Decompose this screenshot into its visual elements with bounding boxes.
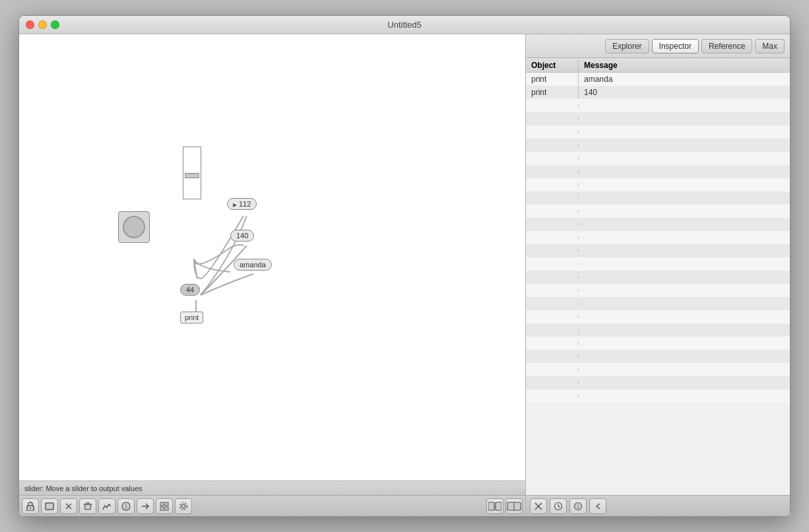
row-message (579, 342, 790, 345)
console-row (526, 125, 790, 139)
console-row (526, 271, 790, 284)
gear-icon (179, 502, 188, 511)
row-object (526, 302, 579, 305)
svg-rect-10 (165, 507, 168, 510)
row-object (526, 183, 579, 186)
console-row (526, 257, 790, 271)
right-bottom-toolbar: i (526, 495, 790, 516)
cut-button[interactable] (60, 498, 77, 514)
console-row (526, 231, 790, 244)
row-message (579, 289, 790, 292)
info-icon: i (121, 502, 131, 511)
row-object (526, 236, 579, 239)
console-row (526, 152, 790, 165)
delete-icon (83, 502, 92, 511)
maximize-button[interactable] (51, 20, 59, 29)
detail-icon: i (573, 502, 583, 511)
tab-max[interactable]: Max (755, 39, 785, 53)
console-row (526, 350, 790, 363)
row-object (526, 395, 579, 397)
row-object (526, 368, 579, 371)
console-row: print140 (526, 86, 790, 99)
canvas-content[interactable]: 112 140 amanda 44 print (19, 34, 525, 481)
history-button[interactable] (550, 498, 567, 514)
row-message (579, 395, 790, 397)
lock-icon (26, 502, 35, 511)
row-message (579, 355, 790, 358)
console-row (526, 112, 790, 125)
present-button[interactable] (41, 498, 58, 514)
status-bar: slider: Move a slider to output values (19, 481, 525, 495)
console-row (526, 205, 790, 218)
right-panel: Explorer Inspector Reference Max Object … (526, 34, 790, 516)
split-view-button[interactable] (486, 498, 503, 514)
console-row (526, 363, 790, 376)
svg-rect-13 (488, 502, 494, 510)
number-box-140[interactable]: 140 (230, 230, 254, 242)
tab-explorer[interactable]: Explorer (605, 39, 649, 53)
number-box-44[interactable]: 44 (180, 284, 200, 296)
number-box-112[interactable]: 112 (227, 198, 257, 210)
tab-inspector[interactable]: Inspector (652, 39, 699, 53)
split-view-icon (488, 502, 502, 511)
back-button[interactable] (589, 498, 606, 514)
clear-button[interactable] (530, 498, 547, 514)
row-message (579, 316, 790, 318)
number-arrow-icon (233, 200, 239, 208)
detail-button[interactable]: i (569, 498, 587, 514)
string-box-amanda[interactable]: amanda (234, 259, 272, 271)
cut-icon (64, 502, 73, 511)
present-icon (45, 502, 54, 511)
tab-reference[interactable]: Reference (701, 39, 752, 53)
traffic-lights (26, 20, 59, 29)
console-header: Object Message (526, 58, 790, 73)
graph-button[interactable] (98, 498, 115, 514)
console-row (526, 376, 790, 389)
slider-object[interactable] (183, 147, 201, 199)
console-row (526, 297, 790, 310)
gear-button[interactable] (175, 498, 192, 514)
lock-button[interactable] (22, 498, 39, 514)
row-object (526, 197, 579, 199)
row-message (579, 368, 790, 371)
row-object (526, 382, 579, 384)
console-row (526, 284, 790, 297)
header-message: Message (579, 59, 790, 71)
slider-handle (185, 173, 199, 178)
main-area: 112 140 amanda 44 print (19, 34, 790, 516)
row-object (526, 276, 579, 279)
delete-button[interactable] (79, 498, 96, 514)
grid-button[interactable] (156, 498, 173, 514)
row-message (579, 236, 790, 239)
row-object (526, 249, 579, 252)
row-message (579, 104, 790, 107)
row-object (526, 329, 579, 331)
row-message (579, 263, 790, 265)
arrow-button[interactable] (137, 498, 154, 514)
row-object (526, 210, 579, 213)
full-view-button[interactable] (505, 498, 523, 514)
full-view-icon (507, 502, 521, 511)
svg-text:i: i (577, 504, 579, 510)
console-rows[interactable]: printamandaprint140 (526, 73, 790, 495)
row-message (579, 210, 790, 213)
print-object[interactable]: print (180, 312, 203, 323)
row-message (579, 157, 790, 160)
right-tabs: Explorer Inspector Reference Max (526, 34, 790, 58)
row-message (579, 144, 790, 147)
console-table: Object Message printamandaprint140 (526, 58, 790, 495)
main-window: Untitled5 (18, 15, 791, 517)
console-row (526, 218, 790, 231)
dial-object[interactable] (118, 211, 150, 243)
row-object: print (526, 73, 579, 85)
svg-rect-9 (160, 507, 164, 510)
info-button[interactable]: i (117, 498, 135, 514)
console-row (526, 165, 790, 178)
row-message: 140 (579, 86, 790, 98)
close-button[interactable] (26, 20, 34, 29)
status-text: slider: Move a slider to output values (24, 484, 143, 492)
row-object (526, 316, 579, 318)
minimize-button[interactable] (38, 20, 47, 29)
number-value-44: 44 (186, 286, 194, 294)
row-object (526, 289, 579, 292)
